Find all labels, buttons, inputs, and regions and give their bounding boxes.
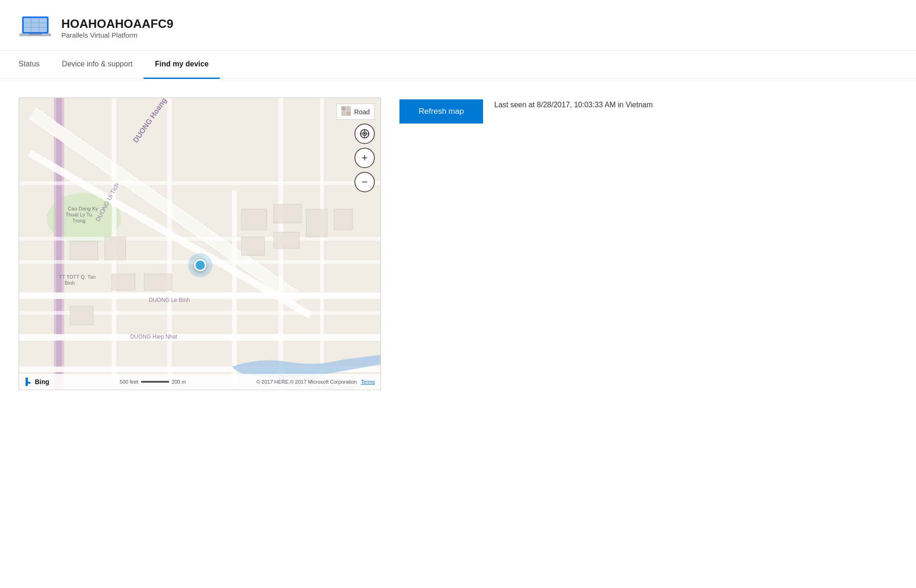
main-content: Cao Dang Ky Thuat Ly Tu Trong	[0, 79, 916, 409]
svg-text:DUONG Le Binh: DUONG Le Binh	[149, 297, 190, 303]
svg-rect-18	[19, 293, 380, 299]
svg-rect-22	[167, 98, 172, 390]
svg-text:TT TDTT Q. Tan: TT TDTT Q. Tan	[59, 274, 96, 280]
svg-rect-23	[232, 190, 237, 390]
svg-rect-30	[70, 242, 98, 260]
svg-rect-27	[19, 237, 380, 241]
device-name: HOAHOAHOAAFC9	[61, 17, 173, 31]
svg-rect-34	[242, 237, 265, 255]
svg-rect-40	[70, 307, 93, 325]
svg-rect-7	[29, 33, 42, 35]
tab-find-my-device[interactable]: Find my device	[144, 51, 220, 79]
refresh-map-button[interactable]: Refresh map	[399, 99, 483, 124]
map-footer: Bing 500 feet 200 m © 2017 HERE,© 2017 M…	[19, 374, 380, 390]
map-locate-button[interactable]	[354, 124, 375, 144]
map-type-label: Road	[354, 108, 370, 116]
device-location-marker	[188, 253, 212, 277]
svg-rect-55	[341, 106, 346, 111]
svg-rect-1	[24, 18, 47, 32]
svg-rect-31	[105, 237, 126, 260]
svg-rect-33	[274, 204, 301, 223]
map-canvas: Cao Dang Ky Thuat Ly Tu Trong	[19, 98, 380, 390]
svg-text:Binh: Binh	[65, 280, 75, 286]
device-info-block: HOAHOAHOAAFC9 Parallels Virtual Platform	[61, 17, 173, 39]
map-scale: 500 feet 200 m	[120, 379, 186, 385]
svg-rect-56	[347, 106, 351, 111]
tab-status[interactable]: Status	[19, 51, 51, 79]
svg-rect-57	[341, 111, 346, 116]
svg-rect-25	[320, 98, 324, 390]
svg-rect-37	[334, 209, 353, 230]
svg-rect-35	[274, 232, 299, 248]
svg-rect-26	[19, 181, 380, 185]
device-platform: Parallels Virtual Platform	[61, 31, 173, 39]
map-type-control[interactable]: Road	[336, 104, 375, 120]
svg-rect-38	[112, 274, 135, 290]
app-header: HOAHOAHOAAFC9 Parallels Virtual Platform	[0, 0, 916, 51]
svg-text:Cao Dang Ky: Cao Dang Ky	[68, 206, 98, 211]
map-zoom-controls: + −	[354, 124, 375, 192]
scale-feet: 500 feet	[120, 379, 138, 385]
tab-device-info[interactable]: Device info & support	[51, 51, 144, 79]
nav-tabs: Status Device info & support Find my dev…	[0, 51, 916, 79]
svg-rect-19	[19, 334, 380, 340]
zoom-in-button[interactable]: +	[354, 148, 375, 168]
map-terms-link[interactable]: Terms	[361, 379, 375, 385]
svg-text:Thuat Ly Tu: Thuat Ly Tu	[65, 212, 92, 217]
bing-label: Bing	[35, 378, 49, 385]
zoom-out-button[interactable]: −	[354, 172, 375, 192]
bing-logo: Bing	[25, 377, 49, 387]
svg-text:DUONG Hiep Nhat: DUONG Hiep Nhat	[130, 333, 177, 340]
scale-meters: 200 m	[172, 379, 186, 385]
svg-rect-36	[306, 209, 327, 237]
svg-rect-14	[56, 98, 62, 390]
map-container[interactable]: Cao Dang Ky Thuat Ly Tu Trong	[19, 98, 381, 390]
svg-rect-32	[242, 209, 267, 230]
refresh-row: Refresh map Last seen at 8/28/2017, 10:0…	[399, 99, 653, 124]
svg-rect-39	[144, 274, 172, 290]
svg-point-63	[364, 133, 366, 135]
svg-text:Trong: Trong	[72, 218, 85, 223]
right-panel: Refresh map Last seen at 8/28/2017, 10:0…	[399, 98, 653, 124]
svg-rect-58	[347, 111, 351, 116]
last-seen-text: Last seen at 8/28/2017, 10:03:33 AM in V…	[494, 99, 653, 111]
device-icon	[19, 15, 52, 41]
map-copyright: © 2017 HERE,© 2017 Microsoft Corporation…	[256, 379, 375, 385]
map-type-icon	[341, 106, 351, 117]
